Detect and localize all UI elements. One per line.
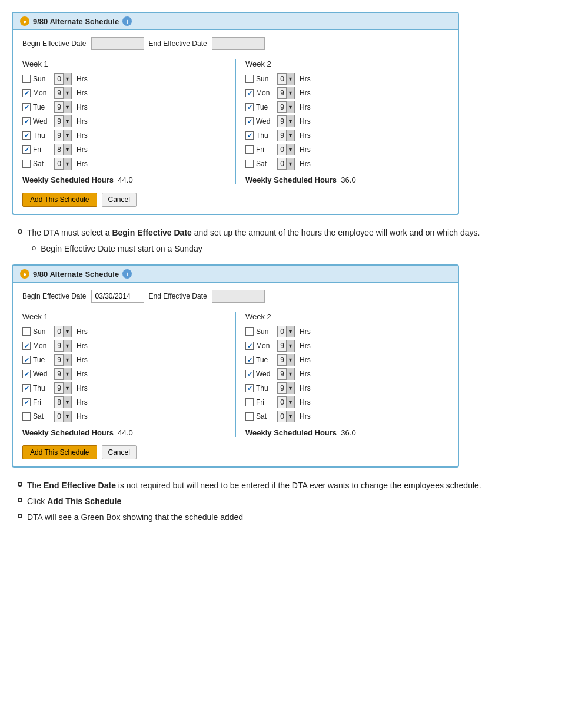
checkbox-sat[interactable] bbox=[245, 412, 254, 421]
checkbox-sat[interactable] bbox=[245, 160, 254, 168]
hrs-select-thu[interactable]: 9▼ bbox=[54, 382, 72, 394]
checkbox-mon[interactable] bbox=[22, 89, 31, 97]
hrs-select-sat[interactable]: 0▼ bbox=[277, 158, 295, 170]
hrs-select-tue[interactable]: 9▼ bbox=[277, 354, 295, 366]
checkbox-wed[interactable] bbox=[245, 370, 254, 378]
schedule-body-2: Begin Effective Date End Effective Date … bbox=[13, 283, 458, 466]
hrs-select-mon[interactable]: 9▼ bbox=[54, 87, 72, 99]
hrs-select-fri[interactable]: 0▼ bbox=[277, 396, 295, 408]
hrs-select-wed[interactable]: 9▼ bbox=[54, 115, 72, 127]
hrs-select-sat[interactable]: 0▼ bbox=[54, 411, 72, 422]
hrs-select-tue[interactable]: 9▼ bbox=[277, 101, 295, 113]
hrs-select-sat[interactable]: 0▼ bbox=[54, 158, 72, 170]
checkbox-thu[interactable] bbox=[245, 131, 254, 140]
checkbox-thu[interactable] bbox=[245, 384, 254, 392]
hrs-arrow-sun[interactable]: ▼ bbox=[286, 326, 294, 337]
hrs-select-sun[interactable]: 0▼ bbox=[277, 73, 295, 85]
checkbox-mon[interactable] bbox=[245, 89, 254, 97]
hrs-arrow-sat[interactable]: ▼ bbox=[63, 158, 71, 170]
hrs-arrow-sun[interactable]: ▼ bbox=[286, 73, 294, 85]
checkbox-tue[interactable] bbox=[22, 103, 31, 111]
checkbox-wed[interactable] bbox=[245, 117, 254, 125]
hrs-arrow-wed[interactable]: ▼ bbox=[286, 115, 294, 127]
end-date-input-1[interactable] bbox=[212, 37, 265, 50]
hrs-select-thu[interactable]: 9▼ bbox=[277, 382, 295, 394]
hrs-select-sun[interactable]: 0▼ bbox=[54, 326, 72, 337]
checkbox-sat[interactable] bbox=[22, 160, 31, 168]
checkbox-tue[interactable] bbox=[245, 356, 254, 364]
checkbox-fri[interactable] bbox=[245, 145, 254, 154]
hrs-arrow-fri[interactable]: ▼ bbox=[286, 396, 294, 408]
hrs-arrow-fri[interactable]: ▼ bbox=[286, 144, 294, 155]
hrs-arrow-mon[interactable]: ▼ bbox=[63, 340, 71, 352]
sub-bullet-text-1: Begin Effective Date must start on a Sun… bbox=[41, 243, 202, 255]
hrs-arrow-sun[interactable]: ▼ bbox=[63, 73, 71, 85]
week1-section-2: Week 1 Sun0▼HrsMon9▼HrsTue9▼HrsWed9▼HrsT… bbox=[22, 312, 225, 437]
cancel-button-1[interactable]: Cancel bbox=[102, 193, 137, 207]
checkbox-wed[interactable] bbox=[22, 117, 31, 125]
checkbox-fri[interactable] bbox=[22, 145, 31, 154]
hrs-arrow-sun[interactable]: ▼ bbox=[63, 326, 71, 337]
hrs-select-sun[interactable]: 0▼ bbox=[54, 73, 72, 85]
add-schedule-button-1[interactable]: Add This Schedule bbox=[22, 193, 97, 207]
hrs-arrow-wed[interactable]: ▼ bbox=[63, 115, 71, 127]
checkbox-tue[interactable] bbox=[245, 103, 254, 111]
checkbox-thu[interactable] bbox=[22, 131, 31, 140]
hrs-arrow-wed[interactable]: ▼ bbox=[63, 368, 71, 380]
cancel-button-2[interactable]: Cancel bbox=[102, 445, 137, 459]
hrs-arrow-fri[interactable]: ▼ bbox=[63, 144, 71, 155]
hrs-arrow-thu[interactable]: ▼ bbox=[63, 382, 71, 394]
checkbox-thu[interactable] bbox=[22, 384, 31, 392]
hrs-select-mon[interactable]: 9▼ bbox=[54, 340, 72, 352]
hrs-select-thu[interactable]: 9▼ bbox=[54, 130, 72, 141]
checkbox-tue[interactable] bbox=[22, 356, 31, 364]
checkbox-sun[interactable] bbox=[245, 327, 254, 336]
hrs-arrow-tue[interactable]: ▼ bbox=[286, 354, 294, 366]
hrs-select-mon[interactable]: 9▼ bbox=[277, 340, 295, 352]
checkbox-fri[interactable] bbox=[22, 398, 31, 406]
hrs-select-thu[interactable]: 9▼ bbox=[277, 130, 295, 141]
checkbox-sat[interactable] bbox=[22, 412, 31, 421]
hrs-select-wed[interactable]: 9▼ bbox=[54, 368, 72, 380]
end-date-input-2[interactable] bbox=[212, 290, 265, 303]
hrs-select-sun[interactable]: 0▼ bbox=[277, 326, 295, 337]
hrs-arrow-thu[interactable]: ▼ bbox=[286, 382, 294, 394]
info-icon-2[interactable]: i bbox=[122, 269, 132, 279]
hrs-select-wed[interactable]: 9▼ bbox=[277, 115, 295, 127]
begin-date-input-1[interactable] bbox=[91, 37, 144, 50]
checkbox-sun[interactable] bbox=[22, 75, 31, 83]
hrs-select-tue[interactable]: 9▼ bbox=[54, 101, 72, 113]
hrs-arrow-wed[interactable]: ▼ bbox=[286, 368, 294, 380]
hrs-value-fri: 8 bbox=[55, 398, 63, 406]
hrs-arrow-tue[interactable]: ▼ bbox=[63, 101, 71, 113]
hrs-arrow-sat[interactable]: ▼ bbox=[286, 411, 294, 422]
hrs-arrow-thu[interactable]: ▼ bbox=[286, 130, 294, 141]
hrs-select-mon[interactable]: 9▼ bbox=[277, 87, 295, 99]
hrs-arrow-sat[interactable]: ▼ bbox=[63, 411, 71, 422]
week2-weekly-hours-1: Weekly Scheduled Hours 36.0 bbox=[245, 176, 448, 184]
hrs-arrow-tue[interactable]: ▼ bbox=[286, 101, 294, 113]
info-icon-1[interactable]: i bbox=[122, 16, 132, 26]
hrs-select-tue[interactable]: 9▼ bbox=[54, 354, 72, 366]
checkbox-mon[interactable] bbox=[245, 342, 254, 350]
hrs-arrow-mon[interactable]: ▼ bbox=[286, 87, 294, 99]
hrs-arrow-sat[interactable]: ▼ bbox=[286, 158, 294, 170]
add-schedule-button-2[interactable]: Add This Schedule bbox=[22, 445, 97, 459]
hrs-select-fri[interactable]: 8▼ bbox=[54, 144, 72, 155]
week1-days-2: Sun0▼HrsMon9▼HrsTue9▼HrsWed9▼HrsThu9▼Hrs… bbox=[22, 326, 225, 422]
checkbox-sun[interactable] bbox=[22, 327, 31, 336]
hrs-arrow-thu[interactable]: ▼ bbox=[63, 130, 71, 141]
hrs-arrow-mon[interactable]: ▼ bbox=[63, 87, 71, 99]
hrs-select-wed[interactable]: 9▼ bbox=[277, 368, 295, 380]
hrs-select-fri[interactable]: 8▼ bbox=[54, 396, 72, 408]
hrs-select-sat[interactable]: 0▼ bbox=[277, 411, 295, 422]
checkbox-wed[interactable] bbox=[22, 370, 31, 378]
checkbox-sun[interactable] bbox=[245, 75, 254, 83]
hrs-select-fri[interactable]: 0▼ bbox=[277, 144, 295, 155]
hrs-arrow-fri[interactable]: ▼ bbox=[63, 396, 71, 408]
hrs-arrow-tue[interactable]: ▼ bbox=[63, 354, 71, 366]
hrs-arrow-mon[interactable]: ▼ bbox=[286, 340, 294, 352]
checkbox-mon[interactable] bbox=[22, 342, 31, 350]
begin-date-input-2[interactable] bbox=[91, 290, 144, 303]
checkbox-fri[interactable] bbox=[245, 398, 254, 406]
